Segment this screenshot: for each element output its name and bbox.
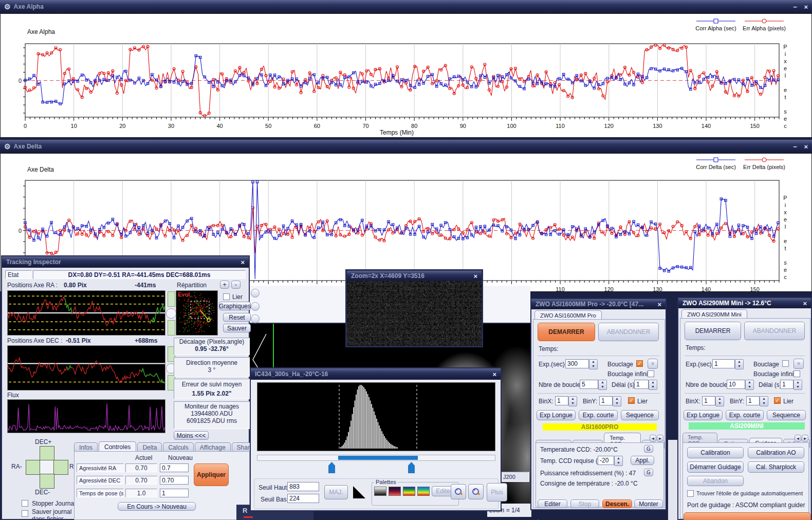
close-icon[interactable]: × bbox=[657, 301, 661, 308]
descen-button[interactable]: Descen. bbox=[602, 499, 632, 508]
dpad-right-button[interactable] bbox=[53, 460, 68, 475]
axe-alpha-titlebar[interactable]: ⚙ Axe Alpha − × bbox=[0, 0, 812, 13]
close-icon[interactable]: × bbox=[803, 300, 807, 307]
requise-spinner[interactable]: ▲▼ bbox=[614, 456, 623, 466]
tab-scroll-left[interactable]: ◂ bbox=[795, 435, 801, 442]
tab-scroll-right[interactable]: ▸ bbox=[657, 435, 663, 442]
axe-delta-titlebar[interactable]: ⚙ Axe Delta − × bbox=[0, 140, 812, 153]
asi1600-titlebar[interactable]: ZWO ASI1600MM Pro -> -20.0°C [47... × bbox=[531, 299, 666, 309]
appliquer-button[interactable]: Appliquer bbox=[194, 463, 229, 486]
monter-button[interactable]: Monter bbox=[634, 499, 663, 508]
sauver-button[interactable]: Sauver bbox=[223, 324, 251, 332]
palette-heat[interactable] bbox=[389, 487, 401, 496]
delai-input[interactable] bbox=[634, 380, 649, 389]
palette-rainbow[interactable] bbox=[403, 487, 415, 496]
stopper-journal-checkbox[interactable] bbox=[22, 500, 28, 507]
palette-grayscale[interactable] bbox=[374, 487, 386, 496]
tab-scroll-right[interactable]: ▸ bbox=[802, 435, 808, 442]
close-icon[interactable]: × bbox=[804, 3, 808, 11]
exp-input[interactable] bbox=[565, 359, 589, 368]
asi290-titlebar[interactable]: ZWO ASI290MM Mini -> 12.6°C × bbox=[678, 298, 811, 308]
demarrer-button[interactable]: DEMARRER bbox=[538, 323, 595, 341]
moins-button[interactable]: Moins <<< bbox=[174, 431, 209, 440]
biny-input[interactable] bbox=[746, 396, 760, 405]
binx-input[interactable] bbox=[702, 396, 715, 405]
biny-input[interactable] bbox=[599, 396, 613, 405]
bouclage-checkbox[interactable] bbox=[782, 360, 789, 367]
seuil-bas-input[interactable] bbox=[287, 494, 319, 503]
zoom-out-button[interactable]: − bbox=[451, 484, 466, 499]
threshold-slider-range[interactable] bbox=[338, 456, 418, 460]
temps-pose-input[interactable] bbox=[160, 489, 189, 497]
sequence-button[interactable]: Sequence bbox=[621, 410, 659, 420]
seuil-haut-input[interactable] bbox=[287, 482, 319, 491]
exp-courte-button[interactable]: Exp. courte bbox=[579, 410, 618, 420]
toolbar-round-button[interactable] bbox=[251, 314, 260, 323]
nbre-spinner[interactable]: ▲▼ bbox=[598, 380, 607, 390]
dpad-left-button[interactable] bbox=[26, 460, 41, 475]
biny-spinner[interactable]: ▲▼ bbox=[760, 396, 768, 406]
binx-spinner[interactable]: ▲▼ bbox=[568, 396, 577, 406]
lier-checkbox[interactable] bbox=[223, 293, 230, 300]
lier-checkbox[interactable] bbox=[628, 397, 635, 404]
repartition-plus-button[interactable]: + bbox=[220, 281, 229, 289]
exp-longue-button[interactable]: Exp Longue bbox=[684, 410, 723, 420]
biny-spinner[interactable]: ▲▼ bbox=[613, 396, 621, 406]
g-button-temp[interactable]: G bbox=[644, 445, 653, 453]
abandonner-button[interactable]: ABANDONNER bbox=[598, 323, 659, 341]
histogram-titlebar[interactable]: IC434_300s_Ha_-20°C-16 × bbox=[251, 368, 501, 380]
abandonner-button[interactable]: ABANDONNER bbox=[744, 322, 805, 340]
threshold-slider-track[interactable] bbox=[257, 455, 495, 461]
exp-courte-button[interactable]: Exp. courte bbox=[726, 410, 764, 420]
tab-controles[interactable]: Controles bbox=[99, 441, 136, 452]
agressivite-ra-input[interactable] bbox=[160, 463, 189, 472]
dpad-down-button[interactable] bbox=[40, 474, 54, 489]
delai-input[interactable] bbox=[780, 380, 793, 389]
seuil-haut-handle[interactable] bbox=[408, 462, 415, 473]
nbre-input[interactable] bbox=[580, 380, 598, 389]
demarrer-guidage-button[interactable]: Démarrer Guidage bbox=[687, 461, 744, 473]
bouclage-cancel-button[interactable]: × bbox=[793, 359, 804, 369]
trouver-etoile-checkbox[interactable] bbox=[687, 490, 694, 497]
zoom-in-button[interactable]: + bbox=[468, 484, 484, 499]
zoom-noise-image[interactable] bbox=[347, 281, 482, 346]
toolbar-round-button[interactable] bbox=[251, 289, 260, 298]
ra-scale-slider[interactable] bbox=[168, 291, 175, 335]
editer-temp-button[interactable]: Editer bbox=[538, 499, 567, 508]
toolbar-round-button[interactable] bbox=[251, 302, 260, 311]
stop-button[interactable]: Stop bbox=[570, 499, 599, 508]
sequence-button[interactable]: Sequence bbox=[767, 410, 806, 420]
bouclage-infini-checkbox[interactable] bbox=[648, 370, 654, 377]
agressivite-dec-input[interactable] bbox=[160, 476, 189, 485]
close-icon[interactable]: × bbox=[492, 370, 496, 378]
exp-spinner[interactable]: ▲▼ bbox=[589, 359, 598, 369]
seuil-bas-handle[interactable] bbox=[328, 462, 335, 473]
bouclage-infini-checkbox[interactable] bbox=[793, 370, 800, 377]
binx-spinner[interactable]: ▲▼ bbox=[715, 396, 724, 406]
calibration-ao-button[interactable]: Calibration AO bbox=[748, 447, 804, 458]
reset-button[interactable]: Reset bbox=[223, 313, 251, 322]
encours-nouveau-button[interactable]: En Cours -> Nouveau bbox=[118, 502, 196, 511]
exp-input[interactable] bbox=[712, 359, 735, 368]
close-icon[interactable]: × bbox=[473, 272, 477, 280]
lier-checkbox[interactable] bbox=[774, 397, 781, 404]
plus-button[interactable]: Plus bbox=[487, 483, 507, 502]
palette-spectrum[interactable] bbox=[417, 487, 430, 496]
bouclage-cancel-button[interactable]: × bbox=[648, 359, 658, 369]
dpad-up-button[interactable] bbox=[40, 446, 54, 461]
maj-button[interactable]: MAJ. bbox=[324, 485, 348, 499]
nbre-input[interactable] bbox=[727, 380, 745, 389]
minimize-icon[interactable]: − bbox=[793, 143, 797, 151]
exp-spinner[interactable]: ▲▼ bbox=[735, 359, 744, 369]
abandon-button[interactable]: Abandon bbox=[687, 476, 744, 486]
minimize-icon[interactable]: − bbox=[793, 3, 797, 11]
sauver-journal-checkbox[interactable] bbox=[22, 510, 28, 517]
bouclage-checkbox[interactable] bbox=[636, 360, 643, 367]
slope-triangle-icon[interactable] bbox=[353, 486, 365, 498]
binx-input[interactable] bbox=[555, 396, 568, 405]
calibration-button[interactable]: Calibration bbox=[687, 447, 744, 458]
close-icon[interactable]: × bbox=[241, 258, 245, 266]
repartition-minus-button[interactable]: - bbox=[231, 281, 241, 289]
tracking-titlebar[interactable]: Tracking Inspector × bbox=[2, 256, 249, 268]
close-icon[interactable]: × bbox=[804, 143, 808, 151]
